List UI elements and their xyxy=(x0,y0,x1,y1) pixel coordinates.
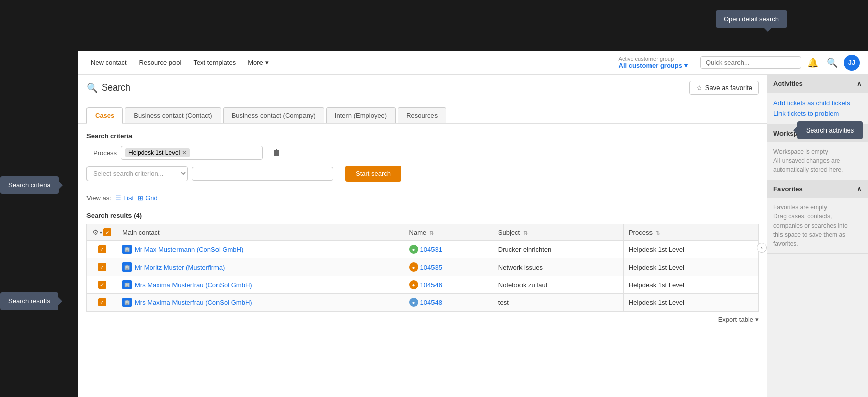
table-row: ✓ 🏢 Mrs Maxima Musterfrau (ConSol GmbH) … xyxy=(87,276,759,294)
contact-link[interactable]: 🏢 Mr Moritz Muster (Musterfirma) xyxy=(122,262,399,272)
gear-icon[interactable]: ⚙ xyxy=(92,228,99,236)
row-contact-cell: 🏢 Mr Moritz Muster (Musterfirma) xyxy=(117,258,404,276)
search-header: 🔍 Search ☆ Save as favorite xyxy=(78,75,767,101)
row-name-cell: ● 104546 xyxy=(404,276,493,294)
sidebar-link-add-tickets[interactable]: Add tickets as child tickets xyxy=(773,98,862,108)
case-link[interactable]: ● 104535 xyxy=(409,262,488,272)
row-subject-cell: Notebook zu laut xyxy=(493,276,623,294)
nav-more[interactable]: More ▾ xyxy=(244,57,273,68)
tabs-row: Cases Business contact (Contact) Busines… xyxy=(78,101,767,124)
criteria-select-row: Select search criterion... Start search xyxy=(86,166,759,182)
nav-resource-pool[interactable]: Resource pool xyxy=(135,57,186,68)
export-table-label: Export table xyxy=(718,316,753,323)
sidebar-toggle-button[interactable]: › xyxy=(757,243,767,253)
tab-cases[interactable]: Cases xyxy=(86,107,123,124)
nav-text-templates[interactable]: Text templates xyxy=(189,57,240,68)
th-settings: ⚙ ▾ ✓ xyxy=(87,224,117,241)
criteria-value-input[interactable] xyxy=(192,167,333,181)
chevron-up-icon: ∧ xyxy=(857,185,862,193)
chevron-down-icon: ▾ xyxy=(684,62,688,69)
quick-search-input[interactable] xyxy=(700,56,801,69)
chevron-up-icon: ∧ xyxy=(857,80,862,87)
tooltip-open-detail-search: Open detail search xyxy=(716,10,787,28)
row-checkbox-cell: ✓ xyxy=(87,276,117,294)
case-link[interactable]: ● 104531 xyxy=(409,245,488,254)
row-name-cell: ● 104531 xyxy=(404,241,493,258)
row-name-cell: ● 104548 xyxy=(404,294,493,312)
table-settings-area: ⚙ ▾ ✓ xyxy=(92,228,112,236)
row-contact-cell: 🏢 Mrs Maxima Musterfrau (ConSol GmbH) xyxy=(117,294,404,312)
export-table-button[interactable]: Export table ▾ xyxy=(718,316,759,323)
contact-link[interactable]: 🏢 Mrs Maxima Musterfrau (ConSol GmbH) xyxy=(122,280,399,289)
content-row: 🔍 Search ☆ Save as favorite Cases Busine… xyxy=(78,75,868,397)
search-title-area: 🔍 Search xyxy=(86,82,131,94)
sidebar-favorites-header[interactable]: Favorites ∧ xyxy=(767,180,868,198)
search-panel: 🔍 Search ☆ Save as favorite Cases Busine… xyxy=(78,75,767,397)
sidebar-link-link-tickets[interactable]: Link tickets to problem xyxy=(773,108,862,119)
row-checkbox[interactable]: ✓ xyxy=(98,281,106,289)
results-section: Search results (4) ⚙ ▾ ✓ Main cont xyxy=(78,206,767,335)
caret-down-icon[interactable]: ▾ xyxy=(100,230,102,235)
criteria-section: Search criteria Process Helpdesk 1st Lev… xyxy=(78,124,767,190)
chevron-down-icon: ▾ xyxy=(755,316,759,323)
th-process: Process ⇅ xyxy=(623,224,758,241)
row-contact-cell: 🏢 Mrs Maxima Musterfrau (ConSol GmbH) xyxy=(117,276,404,294)
subject-sort-icon[interactable]: ⇅ xyxy=(523,230,528,236)
sidebar-activities-content: Add tickets as child tickets Link ticket… xyxy=(767,93,868,124)
notification-icon[interactable]: 🔔 xyxy=(805,55,820,70)
save-favorite-button[interactable]: ☆ Save as favorite xyxy=(689,81,759,95)
row-checkbox[interactable]: ✓ xyxy=(98,298,106,306)
process-tag-container: Helpdesk 1st Level ✕ xyxy=(121,146,263,160)
view-grid-button[interactable]: ⊞ Grid xyxy=(138,194,158,202)
name-sort-icon[interactable]: ⇅ xyxy=(429,230,434,236)
th-main-contact: Main contact xyxy=(117,224,404,241)
view-list-button[interactable]: ☰ List xyxy=(115,194,134,202)
tooltip-search-results: Search results xyxy=(0,292,58,310)
tab-business-contact[interactable]: Business contact (Contact) xyxy=(125,107,221,123)
tab-business-company[interactable]: Business contact (Company) xyxy=(223,107,324,123)
sidebar-activities-header[interactable]: Activities ∧ xyxy=(767,75,868,93)
select-all-checkbox[interactable]: ✓ xyxy=(103,228,111,236)
process-label: Process xyxy=(86,149,117,157)
row-process-cell: Helpdesk 1st Level xyxy=(623,294,758,312)
start-search-button[interactable]: Start search xyxy=(345,166,401,182)
process-tag: Helpdesk 1st Level ✕ xyxy=(125,148,190,157)
process-sort-icon[interactable]: ⇅ xyxy=(656,230,660,236)
contact-icon: 🏢 xyxy=(122,245,132,254)
row-checkbox[interactable]: ✓ xyxy=(98,245,106,253)
case-badge: ● xyxy=(409,262,418,272)
search-title-icon: 🔍 xyxy=(86,82,98,94)
case-badge: ● xyxy=(409,245,418,254)
contact-link[interactable]: 🏢 Mr Max Mustermann (ConSol GmbH) xyxy=(122,245,399,254)
process-tag-close[interactable]: ✕ xyxy=(182,149,187,156)
row-process-cell: Helpdesk 1st Level xyxy=(623,276,758,294)
nav-new-contact[interactable]: New contact xyxy=(86,57,131,68)
search-icon[interactable]: 🔍 xyxy=(824,55,840,70)
criteria-process-row: Process Helpdesk 1st Level ✕ 🗑 xyxy=(86,146,759,160)
table-row: ✓ 🏢 Mrs Maxima Musterfrau (ConSol GmbH) … xyxy=(87,294,759,312)
th-name: Name ⇅ xyxy=(404,224,493,241)
case-link[interactable]: ● 104548 xyxy=(409,298,488,307)
sidebar-favorites-title: Favorites xyxy=(773,185,803,193)
case-badge: ● xyxy=(409,298,418,307)
row-process-cell: Helpdesk 1st Level xyxy=(623,258,758,276)
row-name-cell: ● 104535 xyxy=(404,258,493,276)
sidebar-favorites-content: Favorites are emptyDrag cases, contacts,… xyxy=(767,198,868,253)
row-checkbox[interactable]: ✓ xyxy=(98,263,106,271)
contact-icon: 🏢 xyxy=(122,262,132,272)
avatar[interactable]: JJ xyxy=(844,55,860,71)
customer-group-value[interactable]: All customer groups ▾ xyxy=(619,62,688,69)
row-subject-cell: Drucker einrichten xyxy=(493,241,623,258)
sidebar-favorites: Favorites ∧ Favorites are emptyDrag case… xyxy=(767,180,868,254)
tab-resources[interactable]: Resources xyxy=(398,107,446,123)
table-row: ✓ 🏢 Mr Moritz Muster (Musterfirma) ● 104… xyxy=(87,258,759,276)
row-checkbox-cell: ✓ xyxy=(87,294,117,312)
delete-criteria-button[interactable]: 🗑 xyxy=(271,146,283,159)
grid-icon: ⊞ xyxy=(138,194,143,202)
tab-intern-employee[interactable]: Intern (Employee) xyxy=(326,107,396,123)
contact-link[interactable]: 🏢 Mrs Maxima Musterfrau (ConSol GmbH) xyxy=(122,298,399,307)
criteria-select[interactable]: Select search criterion... xyxy=(86,166,188,181)
case-link[interactable]: ● 104546 xyxy=(409,280,488,289)
save-favorite-label: Save as favorite xyxy=(705,84,752,92)
main-container: New contact Resource pool Text templates… xyxy=(78,51,868,397)
